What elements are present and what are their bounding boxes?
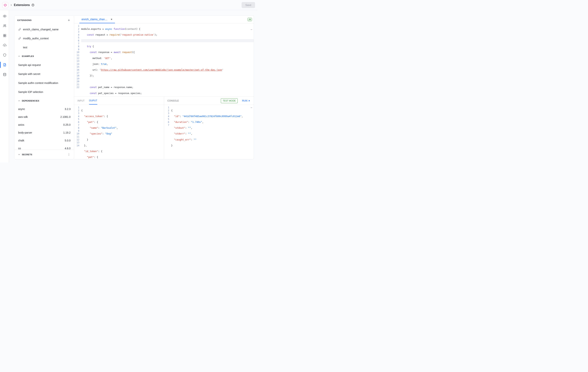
output-tab-header: INPUT OUPUT bbox=[74, 97, 164, 105]
code-editor-pane[interactable]: – 12345678910111213141516171819202122 mo… bbox=[74, 23, 254, 97]
power-logo-button[interactable] bbox=[2, 2, 8, 8]
extensions-header-label: EXTENSIONS bbox=[17, 19, 32, 21]
dependency-list-item[interactable]: async3.2.3 bbox=[14, 105, 74, 113]
example-list-item[interactable]: Sample authn context modification bbox=[14, 78, 74, 88]
svg-rect-9 bbox=[5, 36, 6, 37]
secrets-header[interactable]: SECRETS bbox=[14, 150, 74, 159]
svg-marker-20 bbox=[249, 100, 250, 101]
dependency-version: 4.6.0 bbox=[65, 147, 71, 150]
svg-point-17 bbox=[69, 155, 69, 156]
dependency-list-item[interactable]: aws-sdk2.1081.0 bbox=[14, 113, 74, 121]
extension-list-item[interactable]: test bbox=[14, 43, 74, 52]
close-icon[interactable] bbox=[110, 18, 113, 21]
fold-minus-icon[interactable]: – bbox=[251, 106, 252, 109]
dependency-list-item[interactable]: axios0.25.0 bbox=[14, 121, 74, 129]
dependencies-list: async3.2.3 aws-sdk2.1081.0 axios0.25.0 b… bbox=[14, 105, 74, 150]
output-column: INPUT OUPUT 1234567891011121314 { "acces… bbox=[74, 97, 164, 159]
svg-point-12 bbox=[3, 73, 6, 74]
more-vertical-icon bbox=[67, 153, 70, 156]
example-list-item[interactable]: Sample with secret bbox=[14, 69, 74, 78]
language-badge: JS bbox=[248, 18, 252, 21]
chevron-down-icon bbox=[17, 153, 21, 156]
tab-output[interactable]: OUPUT bbox=[89, 97, 97, 105]
editor-area: enrich_claims_changed_… JS – 12345678910… bbox=[74, 15, 254, 159]
dependency-name: body-parser bbox=[18, 131, 32, 134]
tab-console[interactable]: CONSOLE bbox=[168, 97, 179, 104]
console-code-pane[interactable]: – 1234567 { "id": "441d760f485ae081c3782… bbox=[164, 105, 254, 159]
extensions-list: enrich_claims_changed_name modify_authn_… bbox=[14, 25, 74, 52]
link-icon bbox=[18, 28, 21, 31]
line-gutter: 1234567891011121314 bbox=[74, 105, 81, 159]
extension-item-label: modify_authn_context bbox=[23, 37, 49, 40]
dependency-version: 3.2.3 bbox=[65, 108, 71, 110]
editor-tab-label: enrich_claims_changed_… bbox=[82, 18, 108, 21]
main-layout: EXTENSIONS enrich_claims_changed_name mo… bbox=[0, 10, 257, 163]
fold-minus-icon[interactable]: – bbox=[251, 28, 252, 31]
chevron-up-icon bbox=[17, 99, 21, 102]
rail-item-users[interactable] bbox=[0, 23, 9, 29]
example-list-item[interactable]: Sample api request bbox=[14, 61, 74, 69]
secrets-more-button[interactable] bbox=[67, 153, 71, 157]
run-button-label: RUN bbox=[242, 99, 247, 102]
eye-icon bbox=[3, 14, 7, 18]
example-list-item[interactable]: Sample IDP selection bbox=[14, 88, 74, 97]
svg-point-5 bbox=[5, 25, 6, 25]
test-mode-button[interactable]: TEST MODE bbox=[221, 98, 238, 103]
extension-list-item[interactable]: modify_authn_context bbox=[14, 34, 74, 43]
add-extension-button[interactable] bbox=[67, 18, 71, 22]
svg-point-3 bbox=[4, 16, 5, 17]
rail-item-apps[interactable] bbox=[0, 33, 9, 39]
code-url: https://raw.githubusercontent.com/LearnW… bbox=[101, 68, 222, 71]
shield-icon bbox=[3, 53, 7, 57]
dependencies-header[interactable]: DEPENDENCIES bbox=[14, 97, 74, 105]
bottom-split: INPUT OUPUT 1234567891011121314 { "acces… bbox=[74, 97, 254, 159]
info-icon[interactable] bbox=[31, 3, 35, 7]
svg-point-15 bbox=[69, 153, 69, 154]
top-bar: Extensions Save bbox=[0, 0, 257, 10]
console-column: CONSOLE TEST MODE RUN – 1234567 bbox=[164, 97, 254, 159]
code-literal: 'GET' bbox=[104, 57, 111, 60]
rail-item-preview[interactable] bbox=[0, 13, 9, 19]
svg-point-4 bbox=[4, 25, 5, 26]
dependency-version: 1.19.2 bbox=[63, 131, 71, 134]
svg-rect-7 bbox=[5, 34, 6, 35]
code-literal: 'request-promise-native' bbox=[121, 33, 155, 36]
dependency-name: async bbox=[18, 108, 25, 110]
output-code-body: { "access_token": { "pet": { "name": "Ba… bbox=[81, 105, 164, 159]
svg-rect-8 bbox=[3, 36, 4, 37]
dependency-list-item[interactable]: chalk5.0.0 bbox=[14, 137, 74, 144]
power-icon bbox=[4, 3, 7, 7]
dependency-name: co bbox=[18, 147, 21, 150]
tab-input[interactable]: INPUT bbox=[77, 97, 84, 104]
run-button[interactable]: RUN bbox=[242, 99, 250, 102]
line-gutter: 12345678910111213141516171819202122 bbox=[74, 23, 81, 97]
dependency-list-item[interactable]: co4.6.0 bbox=[14, 144, 74, 150]
dependency-version: 0.25.0 bbox=[63, 123, 71, 126]
rail-item-data[interactable] bbox=[0, 72, 9, 77]
page-title: Extensions bbox=[14, 3, 30, 7]
dependency-name: axios bbox=[18, 123, 24, 126]
dependency-version: 5.0.0 bbox=[65, 139, 71, 142]
svg-point-16 bbox=[69, 154, 69, 155]
rail-item-deploy[interactable] bbox=[0, 42, 9, 48]
rail-item-extensions[interactable] bbox=[0, 62, 9, 68]
output-code-pane[interactable]: 1234567891011121314 { "access_token": { … bbox=[74, 105, 164, 159]
save-button[interactable]: Save bbox=[242, 2, 255, 8]
grid-icon bbox=[3, 34, 7, 37]
examples-header[interactable]: EXAMPLES bbox=[14, 52, 74, 61]
examples-list: Sample api request Sample with secret Sa… bbox=[14, 61, 74, 97]
dependency-list-item[interactable]: body-parser1.19.2 bbox=[14, 129, 74, 137]
workspace: EXTENSIONS enrich_claims_changed_name mo… bbox=[9, 10, 257, 163]
chevron-right-icon bbox=[9, 3, 13, 7]
play-icon bbox=[248, 100, 250, 102]
link-icon bbox=[18, 37, 21, 40]
extension-item-label: enrich_claims_changed_name bbox=[23, 28, 59, 31]
rail-item-security[interactable] bbox=[0, 52, 9, 58]
editor-tab[interactable]: enrich_claims_changed_… bbox=[79, 16, 115, 23]
extension-list-item[interactable]: enrich_claims_changed_name bbox=[14, 25, 74, 34]
code-body[interactable]: module.exports = async function(context)… bbox=[81, 23, 254, 97]
chevron-up-icon bbox=[17, 55, 21, 58]
extension-item-label: test bbox=[23, 46, 27, 49]
plus-icon bbox=[67, 19, 70, 22]
dependency-name: aws-sdk bbox=[18, 115, 28, 118]
